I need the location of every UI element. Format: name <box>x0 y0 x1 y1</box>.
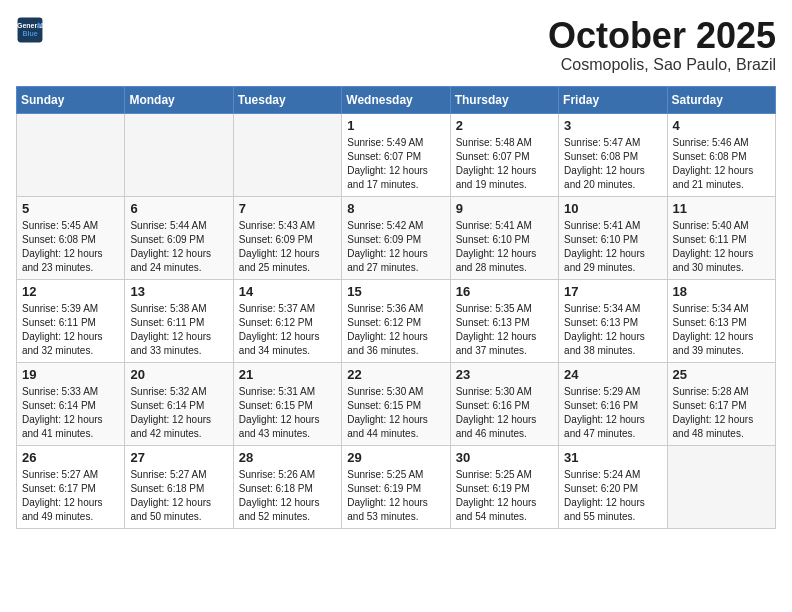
cell-info: Sunrise: 5:25 AMSunset: 6:19 PMDaylight:… <box>347 468 444 524</box>
calendar-week-row: 5Sunrise: 5:45 AMSunset: 6:08 PMDaylight… <box>17 196 776 279</box>
day-number: 16 <box>456 284 553 299</box>
calendar-cell: 24Sunrise: 5:29 AMSunset: 6:16 PMDayligh… <box>559 362 667 445</box>
cell-info: Sunrise: 5:41 AMSunset: 6:10 PMDaylight:… <box>564 219 661 275</box>
day-number: 20 <box>130 367 227 382</box>
calendar-cell: 19Sunrise: 5:33 AMSunset: 6:14 PMDayligh… <box>17 362 125 445</box>
day-number: 9 <box>456 201 553 216</box>
calendar-cell: 16Sunrise: 5:35 AMSunset: 6:13 PMDayligh… <box>450 279 558 362</box>
cell-info: Sunrise: 5:49 AMSunset: 6:07 PMDaylight:… <box>347 136 444 192</box>
cell-info: Sunrise: 5:25 AMSunset: 6:19 PMDaylight:… <box>456 468 553 524</box>
day-number: 25 <box>673 367 770 382</box>
calendar-header-row: SundayMondayTuesdayWednesdayThursdayFrid… <box>17 86 776 113</box>
day-number: 17 <box>564 284 661 299</box>
cell-info: Sunrise: 5:39 AMSunset: 6:11 PMDaylight:… <box>22 302 119 358</box>
day-number: 12 <box>22 284 119 299</box>
day-of-week-header: Monday <box>125 86 233 113</box>
day-number: 11 <box>673 201 770 216</box>
calendar-cell: 13Sunrise: 5:38 AMSunset: 6:11 PMDayligh… <box>125 279 233 362</box>
cell-info: Sunrise: 5:48 AMSunset: 6:07 PMDaylight:… <box>456 136 553 192</box>
calendar-week-row: 1Sunrise: 5:49 AMSunset: 6:07 PMDaylight… <box>17 113 776 196</box>
cell-info: Sunrise: 5:46 AMSunset: 6:08 PMDaylight:… <box>673 136 770 192</box>
cell-info: Sunrise: 5:26 AMSunset: 6:18 PMDaylight:… <box>239 468 336 524</box>
day-number: 4 <box>673 118 770 133</box>
calendar-cell: 28Sunrise: 5:26 AMSunset: 6:18 PMDayligh… <box>233 445 341 528</box>
calendar-cell: 12Sunrise: 5:39 AMSunset: 6:11 PMDayligh… <box>17 279 125 362</box>
calendar-cell: 20Sunrise: 5:32 AMSunset: 6:14 PMDayligh… <box>125 362 233 445</box>
cell-info: Sunrise: 5:42 AMSunset: 6:09 PMDaylight:… <box>347 219 444 275</box>
day-number: 7 <box>239 201 336 216</box>
calendar-cell: 10Sunrise: 5:41 AMSunset: 6:10 PMDayligh… <box>559 196 667 279</box>
calendar-cell: 7Sunrise: 5:43 AMSunset: 6:09 PMDaylight… <box>233 196 341 279</box>
cell-info: Sunrise: 5:45 AMSunset: 6:08 PMDaylight:… <box>22 219 119 275</box>
calendar-cell: 23Sunrise: 5:30 AMSunset: 6:16 PMDayligh… <box>450 362 558 445</box>
cell-info: Sunrise: 5:35 AMSunset: 6:13 PMDaylight:… <box>456 302 553 358</box>
calendar-cell: 15Sunrise: 5:36 AMSunset: 6:12 PMDayligh… <box>342 279 450 362</box>
calendar-cell: 27Sunrise: 5:27 AMSunset: 6:18 PMDayligh… <box>125 445 233 528</box>
cell-info: Sunrise: 5:40 AMSunset: 6:11 PMDaylight:… <box>673 219 770 275</box>
calendar-cell <box>125 113 233 196</box>
calendar-cell: 26Sunrise: 5:27 AMSunset: 6:17 PMDayligh… <box>17 445 125 528</box>
calendar-cell: 2Sunrise: 5:48 AMSunset: 6:07 PMDaylight… <box>450 113 558 196</box>
calendar-cell: 30Sunrise: 5:25 AMSunset: 6:19 PMDayligh… <box>450 445 558 528</box>
cell-info: Sunrise: 5:27 AMSunset: 6:18 PMDaylight:… <box>130 468 227 524</box>
cell-info: Sunrise: 5:44 AMSunset: 6:09 PMDaylight:… <box>130 219 227 275</box>
day-number: 27 <box>130 450 227 465</box>
title-block: October 2025 Cosmopolis, Sao Paulo, Braz… <box>548 16 776 74</box>
cell-info: Sunrise: 5:36 AMSunset: 6:12 PMDaylight:… <box>347 302 444 358</box>
day-number: 21 <box>239 367 336 382</box>
cell-info: Sunrise: 5:37 AMSunset: 6:12 PMDaylight:… <box>239 302 336 358</box>
calendar-week-row: 12Sunrise: 5:39 AMSunset: 6:11 PMDayligh… <box>17 279 776 362</box>
cell-info: Sunrise: 5:30 AMSunset: 6:16 PMDaylight:… <box>456 385 553 441</box>
calendar-cell: 3Sunrise: 5:47 AMSunset: 6:08 PMDaylight… <box>559 113 667 196</box>
day-number: 30 <box>456 450 553 465</box>
day-number: 5 <box>22 201 119 216</box>
day-number: 1 <box>347 118 444 133</box>
cell-info: Sunrise: 5:31 AMSunset: 6:15 PMDaylight:… <box>239 385 336 441</box>
calendar-cell: 8Sunrise: 5:42 AMSunset: 6:09 PMDaylight… <box>342 196 450 279</box>
cell-info: Sunrise: 5:30 AMSunset: 6:15 PMDaylight:… <box>347 385 444 441</box>
calendar-cell: 25Sunrise: 5:28 AMSunset: 6:17 PMDayligh… <box>667 362 775 445</box>
day-number: 22 <box>347 367 444 382</box>
page-header: General Blue October 2025 Cosmopolis, Sa… <box>16 16 776 74</box>
day-number: 18 <box>673 284 770 299</box>
day-number: 6 <box>130 201 227 216</box>
day-number: 15 <box>347 284 444 299</box>
calendar-cell: 1Sunrise: 5:49 AMSunset: 6:07 PMDaylight… <box>342 113 450 196</box>
calendar-cell: 11Sunrise: 5:40 AMSunset: 6:11 PMDayligh… <box>667 196 775 279</box>
day-of-week-header: Saturday <box>667 86 775 113</box>
calendar-week-row: 26Sunrise: 5:27 AMSunset: 6:17 PMDayligh… <box>17 445 776 528</box>
calendar-cell: 9Sunrise: 5:41 AMSunset: 6:10 PMDaylight… <box>450 196 558 279</box>
calendar-cell <box>17 113 125 196</box>
cell-info: Sunrise: 5:29 AMSunset: 6:16 PMDaylight:… <box>564 385 661 441</box>
cell-info: Sunrise: 5:34 AMSunset: 6:13 PMDaylight:… <box>564 302 661 358</box>
svg-text:Blue: Blue <box>22 30 37 37</box>
calendar-cell: 6Sunrise: 5:44 AMSunset: 6:09 PMDaylight… <box>125 196 233 279</box>
logo: General Blue <box>16 16 44 44</box>
calendar-cell: 31Sunrise: 5:24 AMSunset: 6:20 PMDayligh… <box>559 445 667 528</box>
cell-info: Sunrise: 5:43 AMSunset: 6:09 PMDaylight:… <box>239 219 336 275</box>
calendar-cell: 5Sunrise: 5:45 AMSunset: 6:08 PMDaylight… <box>17 196 125 279</box>
cell-info: Sunrise: 5:24 AMSunset: 6:20 PMDaylight:… <box>564 468 661 524</box>
day-of-week-header: Friday <box>559 86 667 113</box>
day-number: 3 <box>564 118 661 133</box>
day-number: 24 <box>564 367 661 382</box>
day-number: 8 <box>347 201 444 216</box>
cell-info: Sunrise: 5:28 AMSunset: 6:17 PMDaylight:… <box>673 385 770 441</box>
cell-info: Sunrise: 5:38 AMSunset: 6:11 PMDaylight:… <box>130 302 227 358</box>
cell-info: Sunrise: 5:41 AMSunset: 6:10 PMDaylight:… <box>456 219 553 275</box>
day-number: 29 <box>347 450 444 465</box>
day-number: 31 <box>564 450 661 465</box>
calendar-cell <box>667 445 775 528</box>
calendar-week-row: 19Sunrise: 5:33 AMSunset: 6:14 PMDayligh… <box>17 362 776 445</box>
day-number: 2 <box>456 118 553 133</box>
calendar-cell <box>233 113 341 196</box>
day-of-week-header: Thursday <box>450 86 558 113</box>
cell-info: Sunrise: 5:32 AMSunset: 6:14 PMDaylight:… <box>130 385 227 441</box>
day-of-week-header: Sunday <box>17 86 125 113</box>
day-number: 19 <box>22 367 119 382</box>
month-title: October 2025 <box>548 16 776 56</box>
calendar-cell: 18Sunrise: 5:34 AMSunset: 6:13 PMDayligh… <box>667 279 775 362</box>
calendar-cell: 21Sunrise: 5:31 AMSunset: 6:15 PMDayligh… <box>233 362 341 445</box>
calendar-cell: 22Sunrise: 5:30 AMSunset: 6:15 PMDayligh… <box>342 362 450 445</box>
calendar-cell: 4Sunrise: 5:46 AMSunset: 6:08 PMDaylight… <box>667 113 775 196</box>
